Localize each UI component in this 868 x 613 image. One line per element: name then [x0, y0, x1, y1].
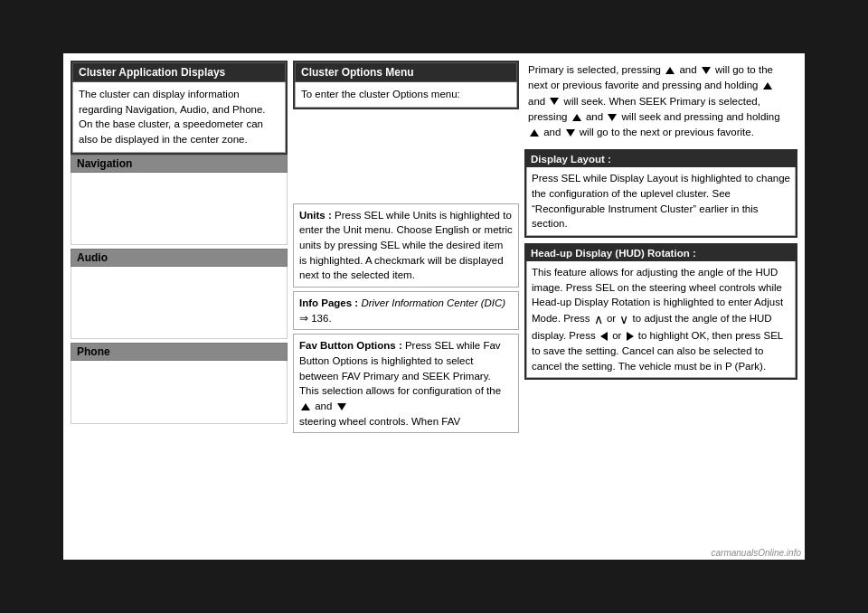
watermark: carmanualsOnline.info — [712, 548, 802, 558]
info-label: Info Pages : — [299, 297, 358, 308]
units-body: Press SEL while Units is highlighted to … — [299, 210, 513, 281]
fav-triangle-down — [337, 403, 346, 410]
hud-caret-up: ∧ — [594, 310, 603, 328]
navigation-subheader: Navigation — [71, 155, 288, 173]
fav-and: and — [315, 401, 335, 411]
right-intro-1: Primary is selected, pressing — [528, 64, 661, 75]
fav-label: Fav Button Options : — [299, 340, 402, 351]
left-column: Cluster Application Displays The cluster… — [71, 61, 288, 552]
fav-body2: steering wheel controls. When FAV — [299, 416, 460, 427]
display-layout-body: Press SEL while Display Layout is highli… — [526, 167, 796, 236]
cluster-header: Cluster Application Displays — [72, 62, 286, 82]
info-italic: Driver Information Center (DIC) — [361, 297, 505, 308]
right-tri-up-1 — [665, 67, 675, 74]
units-label: Units : — [299, 210, 332, 221]
display-layout-section: Display Layout : Press SEL while Display… — [524, 149, 797, 238]
fav-section: Fav Button Options : Press SEL while Fav… — [293, 334, 519, 433]
cluster-body: The cluster can display information rega… — [72, 82, 286, 153]
options-spacer — [293, 109, 519, 200]
right-tri-down-3 — [608, 114, 617, 121]
hud-arrow-left — [600, 332, 608, 341]
audio-content-area — [71, 267, 288, 339]
hud-caret-down: ∨ — [619, 310, 628, 328]
right-tri-up-3 — [572, 114, 581, 121]
options-box: Cluster Options Menu To enter the cluste… — [293, 61, 519, 109]
right-intro-6: will seek and pressing and holding — [621, 111, 779, 122]
units-section: Units : Press SEL while Units is highlig… — [293, 203, 519, 288]
middle-column: Cluster Options Menu To enter the cluste… — [293, 61, 519, 552]
right-intro-block: Primary is selected, pressing and will g… — [524, 61, 797, 142]
navigation-content-area — [71, 173, 288, 245]
display-layout-header: Display Layout : — [526, 151, 796, 167]
phone-subheader: Phone — [71, 343, 288, 361]
options-header: Cluster Options Menu — [295, 62, 517, 82]
right-intro-8: will go to the next or previous favorite… — [580, 127, 754, 137]
cluster-box: Cluster Application Displays The cluster… — [71, 61, 288, 155]
right-intro-3: and — [528, 96, 545, 107]
hud-section: Head-up Display (HUD) Rotation : This fe… — [524, 243, 797, 380]
right-tri-down-1 — [702, 67, 711, 74]
audio-subheader: Audio — [71, 249, 288, 267]
right-column: Primary is selected, pressing and will g… — [524, 61, 797, 552]
hud-or-2: or — [612, 330, 621, 341]
right-tri-down-4 — [566, 129, 575, 137]
info-pages-section: Info Pages : Driver Information Center (… — [293, 291, 519, 330]
info-body-2: ⇒ — [299, 313, 311, 324]
right-tri-down-2 — [550, 98, 559, 105]
phone-content-area — [71, 361, 288, 424]
page-container: Cluster Application Displays The cluster… — [63, 53, 805, 560]
info-body-2b: 136. — [311, 313, 331, 324]
hud-header: Head-up Display (HUD) Rotation : — [526, 245, 796, 261]
right-tri-up-2 — [763, 82, 772, 90]
right-tri-up-4 — [530, 129, 539, 137]
hud-arrow-right — [627, 332, 634, 341]
hud-or-1: or — [607, 313, 616, 324]
right-intro-5: and — [586, 111, 603, 122]
fav-triangle-up — [301, 403, 310, 410]
hud-body: This feature allows for adjusting the an… — [526, 261, 796, 378]
right-intro-7: and — [543, 127, 561, 137]
right-and-1: and — [679, 64, 699, 75]
options-body: To enter the cluster Options menu: — [295, 82, 517, 108]
